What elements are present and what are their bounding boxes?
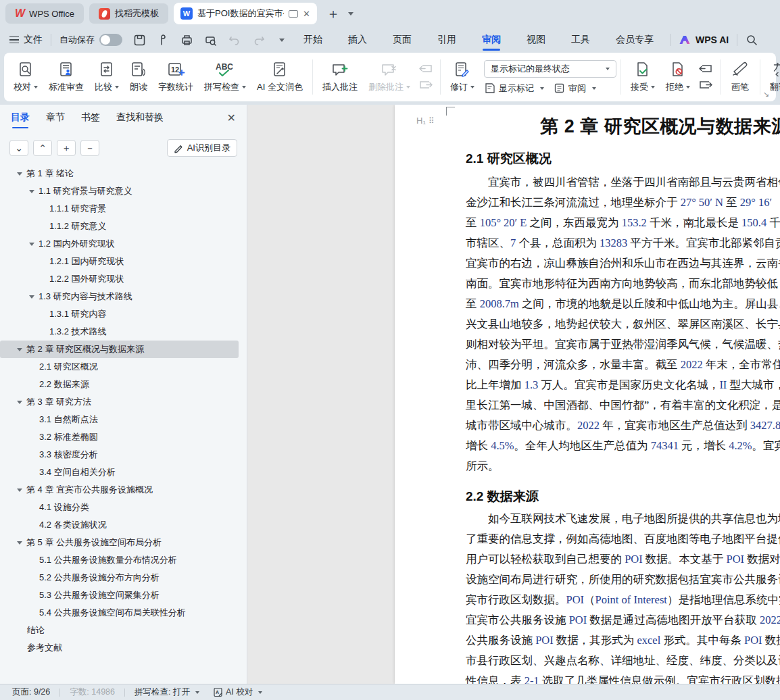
toc-item[interactable]: 2.2 数据来源 — [0, 376, 247, 393]
show-markup-button[interactable]: 显示标记 — [484, 82, 544, 95]
toc-item[interactable]: 1.2.2 国外研究现状 — [0, 270, 247, 288]
expand-triangle-icon[interactable] — [17, 489, 22, 492]
spell-check-button[interactable]: ABC 拼写检查 — [199, 58, 251, 96]
toc-zoom-out-button[interactable]: － — [80, 140, 99, 156]
reject-revision-button[interactable]: 拒绝 — [660, 58, 696, 96]
document-text-line[interactable]: 南面。宜宾市地形特征为西南方向地势较高，而东北部地势较低，海 — [466, 274, 780, 294]
toc-item[interactable]: 1.3 研究内容与技术路线 — [0, 288, 247, 305]
print-icon[interactable] — [180, 34, 193, 47]
toc-item[interactable]: 第 2 章 研究区概况与数据来源 — [0, 341, 239, 358]
document-tab[interactable]: W 基于POI数据的宜宾市公共服 ✕ — [174, 3, 317, 24]
document-text-line[interactable]: 市县行政区划、兴趣点名称、详细地址、经度、纬度、分类以及设 — [466, 651, 780, 671]
save-icon[interactable] — [133, 34, 146, 47]
toc-item[interactable]: 第 3 章 研究方法 — [0, 393, 247, 411]
sidebar-tab-2[interactable]: 书签 — [81, 111, 100, 128]
document-text-line[interactable]: 公共服务设施 POI 数据，其形式为 excel 形式。其中每条 POI 数据 — [466, 630, 780, 651]
expand-triangle-icon[interactable] — [17, 348, 22, 351]
document-text-line[interactable]: 宜宾市的右边，凉山彝族自治州和乐山市在西边与其连界，云南省 — [466, 253, 780, 274]
document-text-line[interactable]: 宾市行政区划数据。POI（Point of Interest）是指地理信息系统中… — [466, 590, 780, 610]
expand-triangle-icon[interactable] — [29, 243, 34, 246]
previous-comment-icon[interactable] — [418, 64, 433, 74]
menu-tab-0[interactable]: 开始 — [302, 28, 324, 51]
next-revision-icon[interactable] — [698, 80, 713, 91]
document-text-line[interactable]: 用户可以轻松获取到自己想要的 POI 数据。本文基于 POI 数据对宜 — [466, 549, 780, 570]
ai-polish-button[interactable]: AI 全文润色 — [251, 58, 308, 96]
toc-item[interactable]: 5.4 公共服务设施空间布局关联性分析 — [0, 604, 247, 622]
search-icon[interactable] — [746, 34, 758, 46]
menu-tab-6[interactable]: 工具 — [570, 28, 591, 51]
docer-template-tab[interactable]: 找稻壳模板 — [89, 3, 168, 24]
document-text-line[interactable]: 兴文县山地较多，地势起伏较大，叙州区、翠屏区南溪区、长宁县 — [466, 314, 780, 334]
document-canvas[interactable]: H₁ ⠿ 第 2 章 研究区概况与数据来源 2.1 研究区概况 宜宾市，被四川省… — [247, 105, 780, 684]
wps-home-button[interactable]: W WPS Office — [5, 3, 84, 24]
toc-item[interactable]: 2.1 研究区概况 — [0, 358, 247, 376]
document-text-line[interactable]: 设施空间布局进行研究，所使用的研究数据包括宜宾市公共服务设 — [466, 570, 780, 590]
toc-item[interactable]: 参考文献 — [0, 639, 247, 657]
standard-review-button[interactable]: 标准审查 — [43, 58, 89, 96]
document-text-line[interactable]: 沛、四季分明，河流众多，水量丰富。截至 2022 年末，全市常住人 — [466, 355, 780, 375]
document-text-line[interactable]: 城市带区域中心城市。2022 年，宜宾市地区生产总值达到 3427.84 — [466, 416, 780, 436]
sidebar-tab-1[interactable]: 章节 — [46, 111, 65, 128]
insert-comment-button[interactable]: 插入批注 — [317, 58, 363, 96]
page-indicator[interactable]: 页面: 9/26 — [12, 686, 50, 698]
close-tab-icon[interactable]: ✕ — [303, 9, 310, 19]
ink-brush-button[interactable]: 画笔 — [725, 58, 756, 96]
toc-item[interactable]: 1.3.1 研究内容 — [0, 305, 247, 323]
toc-item[interactable]: 5.1 公共服务设施数量分布情况分析 — [0, 551, 247, 569]
quick-access-chevron-icon[interactable] — [279, 39, 285, 42]
document-text-line[interactable]: 比上年增加 1.3 万人。宜宾市是国家历史文化名城，II 型大城市， — [466, 375, 780, 395]
open-in-window-icon[interactable] — [289, 10, 298, 18]
tab-list-chevron-icon[interactable] — [348, 12, 354, 16]
document-page[interactable]: H₁ ⠿ 第 2 章 研究区概况与数据来源 2.1 研究区概况 宜宾市，被四川省… — [395, 105, 780, 684]
toc-item[interactable]: 5.3 公共服务设施空间聚集分析 — [0, 586, 247, 604]
previous-revision-icon[interactable] — [698, 64, 713, 74]
expand-triangle-icon[interactable] — [17, 401, 22, 404]
document-text-line[interactable]: 则相对较为平坦。宜宾市属于亚热带湿润季风气候，气候温暖、热 — [466, 334, 780, 355]
sidebar-tab-3[interactable]: 查找和替换 — [116, 111, 164, 128]
file-menu-button[interactable]: 文件 — [9, 34, 43, 46]
menu-tab-2[interactable]: 页面 — [391, 28, 413, 51]
menu-tab-7[interactable]: 会员专享 — [614, 28, 655, 51]
document-text-line[interactable]: 至 2008.7m 之间，市境的地貌是以丘陵和中低山地为主。屏山县、 — [466, 294, 780, 314]
toc-item[interactable]: 第 4 章 宜宾市公共服务设施概况 — [0, 481, 247, 499]
toc-collapse-button[interactable]: ⌄ — [9, 140, 28, 156]
ribbon-expand-icon[interactable]: ↘ — [763, 90, 769, 99]
toc-item[interactable]: 第 1 章 绪论 — [0, 165, 247, 182]
toc-item[interactable]: 3.4 空间自相关分析 — [0, 464, 247, 481]
read-aloud-button[interactable]: 朗读 — [124, 58, 153, 96]
toc-item[interactable]: 1.1.2 研究意义 — [0, 218, 247, 235]
document-text-line[interactable]: 了重要的信息支撑，例如高德地图、百度地图等电子地图平台提供 — [466, 529, 780, 549]
wps-ai-button[interactable]: WPS AI — [679, 34, 729, 45]
document-text-line[interactable]: 如今互联网技术飞速发展，电子地图所提供的共享信息也为城 — [466, 509, 780, 529]
toc-item[interactable]: 第 5 章 公共服务设施空间布局分析 — [0, 534, 247, 551]
sidebar-tab-0[interactable]: 目录 — [11, 111, 30, 128]
toc-item[interactable]: 1.2 国内外研究现状 — [0, 235, 247, 253]
undo-icon[interactable] — [228, 34, 241, 46]
toc-item[interactable]: 1.1.1 研究背景 — [0, 200, 247, 218]
toc-item[interactable]: 3.2 标准差椭圆 — [0, 428, 247, 446]
proofread-button[interactable]: 校对 — [8, 58, 43, 96]
expand-triangle-icon[interactable] — [17, 172, 22, 176]
compare-button[interactable]: 比较 — [89, 58, 124, 96]
print-preview-icon[interactable] — [204, 34, 217, 47]
menu-tab-4[interactable]: 审阅 — [481, 28, 502, 51]
expand-triangle-icon[interactable] — [29, 295, 34, 299]
toc-item[interactable]: 结论 — [0, 622, 247, 639]
export-pdf-icon[interactable] — [157, 34, 170, 47]
document-text-line[interactable]: 市辖区、7 个县，总面积为 13283 平方千米。宜宾市北部紧邻自贡 — [466, 233, 780, 253]
document-text-line[interactable]: 性信息，表 2-1 选取了几类属性信息做示例。宜宾市行政区划数据 — [466, 671, 780, 684]
ai-recognize-toc-button[interactable]: AI识别目录 — [167, 139, 237, 157]
autosave-toggle[interactable] — [99, 34, 122, 46]
document-text-line[interactable]: 增长 4.5%。全年人均地区生产总值为 74341 元，增长 4.2%。宜宾市行 — [466, 436, 780, 456]
document-text-line[interactable]: 至 105° 20′ E 之间，东西最宽为 153.2 千米，南北最长是 150… — [466, 213, 780, 233]
menu-tab-5[interactable]: 视图 — [525, 28, 547, 51]
toc-zoom-in-button[interactable]: ＋ — [57, 140, 76, 156]
toc-expand-button[interactable]: ⌃ — [33, 140, 52, 156]
expand-triangle-icon[interactable] — [17, 541, 22, 545]
next-comment-icon[interactable] — [418, 80, 433, 91]
expand-triangle-icon[interactable] — [29, 190, 34, 193]
delete-comment-button[interactable]: 删除批注 — [363, 58, 416, 96]
word-count-button[interactable]: 12 字数统计 — [153, 58, 199, 96]
ai-proofread-status[interactable]: A AI 校对 — [213, 686, 262, 698]
menu-tab-1[interactable]: 插入 — [347, 28, 368, 51]
